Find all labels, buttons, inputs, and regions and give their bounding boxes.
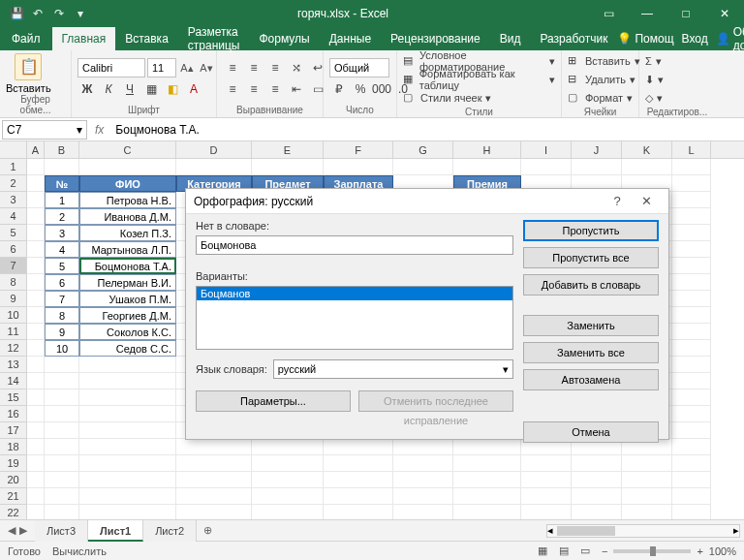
cell[interactable] — [672, 241, 711, 258]
cell[interactable] — [27, 258, 45, 274]
cell[interactable] — [45, 472, 79, 488]
cell[interactable] — [176, 472, 252, 488]
ribbon-options-icon[interactable]: ▭ — [589, 0, 628, 27]
decrease-indent-icon[interactable]: ⇤ — [287, 79, 306, 99]
qat-dropdown-icon[interactable]: ▾ — [72, 5, 89, 22]
list-item[interactable]: Боцманов — [197, 287, 512, 300]
cell[interactable]: 7 — [45, 291, 79, 307]
column-header[interactable]: D — [176, 141, 252, 158]
row-header[interactable]: 13 — [0, 357, 27, 373]
cell[interactable] — [672, 340, 711, 357]
zoom-level[interactable]: 100% — [709, 545, 736, 557]
align-bottom-icon[interactable]: ≡ — [265, 58, 285, 78]
cell[interactable] — [324, 159, 393, 175]
row-header[interactable]: 22 — [0, 505, 27, 519]
row-header[interactable]: 2 — [0, 175, 27, 192]
cell[interactable] — [324, 455, 393, 472]
cell[interactable] — [79, 505, 176, 519]
column-header[interactable]: A — [27, 141, 45, 158]
cell-styles-button[interactable]: ▢Стили ячеек ▾ — [403, 89, 555, 107]
cell[interactable] — [45, 422, 79, 439]
column-header[interactable]: E — [252, 141, 324, 158]
fx-icon[interactable]: fx — [87, 123, 111, 137]
save-icon[interactable]: 💾 — [8, 5, 25, 22]
dialog-help-button[interactable]: ? — [603, 194, 632, 208]
cell[interactable] — [27, 439, 45, 455]
cell[interactable] — [27, 472, 45, 488]
sheet-tab[interactable]: Лист3 — [35, 520, 88, 542]
cell[interactable]: Мартынова Л.П. — [79, 241, 176, 258]
tab-page-layout[interactable]: Разметка страницы — [178, 27, 250, 50]
comma-icon[interactable]: 000 — [372, 79, 391, 99]
tab-review[interactable]: Рецензирование — [381, 27, 490, 50]
row-header[interactable]: 12 — [0, 340, 27, 357]
currency-icon[interactable]: ₽ — [329, 79, 349, 99]
cell[interactable] — [27, 422, 45, 439]
cell[interactable] — [393, 505, 453, 519]
row-header[interactable]: 15 — [0, 389, 27, 406]
cell[interactable] — [453, 159, 521, 175]
cell[interactable] — [27, 373, 45, 389]
cell[interactable] — [521, 159, 572, 175]
row-header[interactable]: 21 — [0, 488, 27, 505]
cell[interactable] — [521, 505, 572, 519]
cell[interactable]: 2 — [45, 208, 79, 225]
cell[interactable] — [27, 175, 45, 192]
cell[interactable] — [672, 274, 711, 291]
cell[interactable] — [45, 357, 79, 373]
cell[interactable] — [79, 488, 176, 505]
cell[interactable] — [672, 505, 711, 519]
sheet-nav[interactable]: ◀▶ — [0, 524, 35, 537]
cell[interactable] — [672, 225, 711, 241]
ignore-all-button[interactable]: Пропустить все — [523, 247, 659, 268]
increase-font-icon[interactable]: A▴ — [178, 59, 196, 77]
underline-icon[interactable]: Ч — [120, 79, 140, 99]
fill-color-icon[interactable]: ◧ — [163, 79, 182, 99]
cell[interactable] — [672, 291, 711, 307]
cell[interactable]: 5 — [45, 258, 79, 274]
cell[interactable] — [672, 324, 711, 340]
select-all-corner[interactable] — [0, 141, 27, 158]
cell[interactable] — [393, 159, 453, 175]
row-header[interactable]: 3 — [0, 192, 27, 208]
cell[interactable] — [252, 455, 324, 472]
row-header[interactable]: 16 — [0, 406, 27, 422]
help-button[interactable]: 💡 Помощ — [617, 32, 673, 46]
cell[interactable] — [45, 389, 79, 406]
scroll-thumb[interactable] — [557, 526, 615, 536]
column-header[interactable]: B — [45, 141, 79, 158]
cell[interactable] — [672, 357, 711, 373]
lang-select[interactable]: русский▾ — [273, 359, 513, 379]
cell[interactable] — [27, 505, 45, 519]
cell[interactable] — [672, 373, 711, 389]
cell[interactable]: Ушаков П.М. — [79, 291, 176, 307]
dialog-close-button[interactable]: ✕ — [632, 194, 661, 208]
row-header[interactable]: 20 — [0, 472, 27, 488]
row-header[interactable]: 6 — [0, 241, 27, 258]
add-sheet-button[interactable]: ⊕ — [197, 524, 218, 537]
row-header[interactable]: 11 — [0, 324, 27, 340]
cell[interactable] — [252, 505, 324, 519]
cell[interactable] — [27, 340, 45, 357]
redo-icon[interactable]: ↷ — [50, 5, 68, 22]
cell[interactable]: Петрова Н.В. — [79, 192, 176, 208]
font-size-combo[interactable]: 11 — [147, 58, 176, 78]
row-header[interactable]: 5 — [0, 225, 27, 241]
cell[interactable] — [622, 505, 672, 519]
border-icon[interactable]: ▦ — [141, 79, 161, 99]
cell[interactable] — [622, 455, 672, 472]
cell[interactable]: Соколов К.С. — [79, 324, 176, 340]
formula-input[interactable]: Боцмонова Т.А. — [111, 123, 744, 137]
align-top-icon[interactable]: ≡ — [223, 58, 242, 78]
column-header[interactable]: I — [521, 141, 572, 158]
cell[interactable] — [572, 472, 622, 488]
cell[interactable] — [176, 488, 252, 505]
close-button[interactable]: ✕ — [705, 0, 744, 27]
cell[interactable] — [45, 505, 79, 519]
change-button[interactable]: Заменить — [523, 315, 659, 336]
sheet-next-icon[interactable]: ▶ — [19, 524, 27, 537]
cell[interactable] — [79, 159, 176, 175]
cell[interactable]: 6 — [45, 274, 79, 291]
insert-cells-button[interactable]: ⊞Вставить ▾ — [568, 52, 640, 70]
cell[interactable] — [252, 472, 324, 488]
